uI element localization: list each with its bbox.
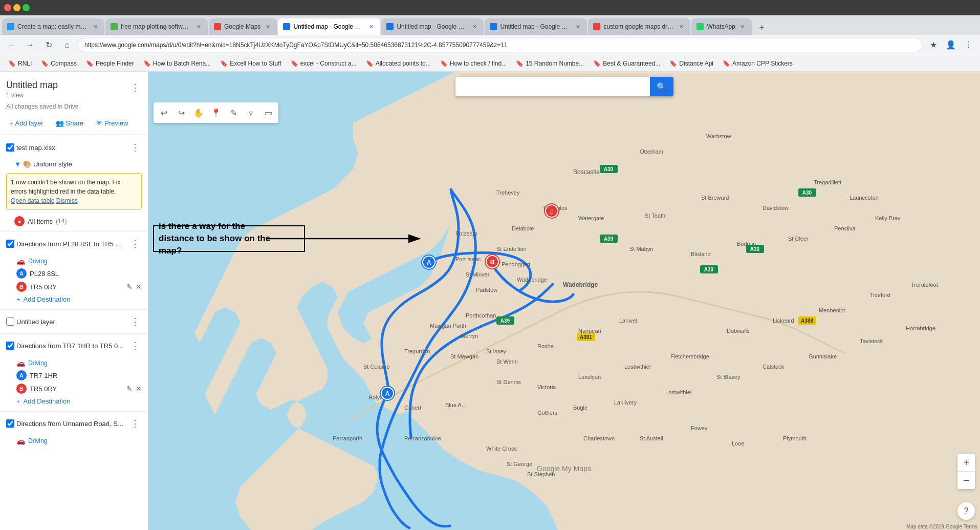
tab-close-button[interactable]: ✕ [574, 23, 582, 31]
annotation-arrow [271, 223, 430, 254]
profile-button[interactable]: 👤 [943, 37, 959, 53]
search-bar: 🔍 [455, 77, 673, 96]
tab-close-button[interactable]: ✕ [91, 23, 99, 31]
tab-close-button[interactable]: ✕ [264, 23, 272, 31]
svg-text:A39: A39 [500, 318, 510, 324]
bookmark-item[interactable]: 🔖Amazon CPP Stickers [718, 58, 797, 69]
bookmark-item[interactable]: 🔖How to check / find... [436, 58, 511, 69]
dismiss-link[interactable]: Dismiss [56, 197, 78, 204]
tab-close-button[interactable]: ✕ [470, 23, 478, 31]
direction-menu-button[interactable]: ⋮ [128, 236, 142, 251]
browser-tab-t5[interactable]: Untitled map - Google My... ✕ [381, 18, 484, 35]
zoom-out-button[interactable]: − [957, 472, 975, 489]
tab-close-button[interactable]: ✕ [677, 23, 685, 31]
browser-tab-t1[interactable]: Create a map: easily map m... ✕ [2, 18, 104, 35]
layer-header[interactable]: test map.xlsx ⋮ [0, 137, 148, 158]
help-button[interactable]: ? [957, 502, 975, 520]
share-button[interactable]: 👥 Share [51, 116, 89, 130]
bookmark-label: How to Batch Rena... [153, 60, 211, 67]
pan-button[interactable]: ✋ [190, 104, 207, 121]
tab-close-button[interactable]: ✕ [194, 23, 203, 31]
tab-close-button[interactable]: ✕ [738, 23, 747, 31]
direction-header[interactable]: Directions from TR7 1HR to TR5 0... ⋮ [0, 334, 148, 357]
zoom-controls: + − [957, 454, 975, 489]
waypoint-marker: B [16, 282, 27, 292]
browser-tab-t2[interactable]: free map plotting software ✕ [105, 18, 208, 35]
measure-button[interactable]: ▭ [260, 104, 276, 121]
direction-menu-button[interactable]: ⋮ [128, 314, 142, 329]
direction-checkbox[interactable] [6, 419, 14, 428]
layer-menu-button[interactable]: ⋮ [128, 140, 142, 155]
add-layer-button[interactable]: + Add layer [4, 116, 49, 130]
line-button[interactable]: ✎ [225, 104, 242, 121]
map-search-button[interactable]: 🔍 [650, 77, 673, 96]
all-items-row[interactable]: ● All items (14) [0, 213, 148, 229]
direction-menu-button[interactable]: ⋮ [128, 338, 142, 353]
bookmark-label: Compass [51, 60, 77, 67]
tab-close-button[interactable]: ✕ [367, 23, 375, 31]
preview-button[interactable]: 👁 Preview [91, 116, 133, 130]
add-layer-icon: + [9, 119, 13, 127]
svg-text:Victoria: Victoria [537, 384, 556, 390]
uniform-style-row[interactable]: ▼ 🎨 Uniform style [0, 158, 148, 170]
bookmark-icon: 🔖 [291, 60, 298, 67]
waypoint-label: TR7 1HR [30, 372, 142, 379]
svg-text:Looe: Looe [732, 440, 744, 447]
bookmark-item[interactable]: 🔖RNLI [4, 58, 36, 69]
filter-button[interactable]: ▿ [243, 104, 259, 121]
browser-tab-t3[interactable]: Google Maps ✕ [209, 18, 277, 35]
tab-favicon [214, 23, 221, 30]
new-tab-button[interactable]: + [755, 20, 769, 35]
svg-text:Gunnislake: Gunnislake [809, 353, 837, 359]
undo-button[interactable]: ↩ [156, 104, 172, 121]
browser-tab-t7[interactable]: custom google maps drivin... ✕ [588, 18, 690, 35]
browser-tab-t6[interactable]: Untitled map - Google My... ✕ [485, 18, 587, 35]
refresh-button[interactable]: ↻ [41, 37, 56, 53]
add-destination-button[interactable]: + Add Destination [16, 395, 142, 407]
bookmark-item[interactable]: 🔖Allocated points to... [362, 58, 435, 69]
bookmark-item[interactable]: 🔖Compass [37, 58, 81, 69]
bookmark-item[interactable]: 🔖How to Batch Rena... [139, 58, 215, 69]
browser-tab-t8[interactable]: WhatsApp ✕ [691, 18, 751, 35]
direction-header[interactable]: Directions from Unnamed Road, S... ⋮ [0, 412, 148, 435]
add-destination-button[interactable]: + Add Destination [16, 293, 142, 305]
save-status: All changes saved in Drive [0, 103, 148, 116]
minimize-window-button[interactable] [13, 4, 20, 11]
waypoint-edit-button[interactable]: ✎ [126, 385, 133, 393]
waypoint-edit-button[interactable]: ✎ [126, 283, 133, 291]
direction-checkbox[interactable] [6, 342, 14, 350]
direction-menu-button[interactable]: ⋮ [128, 416, 142, 431]
direction-checkbox[interactable] [6, 317, 14, 326]
bookmark-item[interactable]: 🔖Excell How to Stuff [216, 58, 286, 69]
bookmark-button[interactable]: ★ [926, 37, 941, 53]
collapse-icon: ▼ [14, 160, 21, 168]
waypoint-delete-button[interactable]: ✕ [136, 385, 142, 393]
zoom-in-button[interactable]: + [957, 454, 975, 471]
back-button[interactable]: ← [4, 37, 19, 53]
close-window-button[interactable] [4, 4, 11, 11]
bookmark-item[interactable]: 🔖excel - Construct a... [287, 58, 361, 69]
bookmark-item[interactable]: 🔖Best & Guaranteed... [589, 58, 664, 69]
open-table-link[interactable]: Open data table [11, 197, 54, 204]
menu-button[interactable]: ⋮ [961, 37, 976, 53]
layer-checkbox[interactable] [6, 143, 14, 152]
uniform-style-label: Uniform style [33, 160, 72, 168]
redo-button[interactable]: ↪ [173, 104, 189, 121]
waypoint-delete-button[interactable]: ✕ [136, 283, 142, 291]
direction-checkbox[interactable] [6, 240, 14, 248]
maximize-window-button[interactable] [23, 4, 30, 11]
bookmark-item[interactable]: 🔖People Finder [82, 58, 138, 69]
bookmark-item[interactable]: 🔖15 Random Numbe... [512, 58, 588, 69]
svg-text:Trehevey: Trehevey [496, 189, 520, 196]
address-bar[interactable]: https://www.google.com/maps/d/u/0/edit?h… [78, 38, 923, 52]
direction-header[interactable]: Untitled layer ⋮ [0, 310, 148, 333]
map-options-menu[interactable]: ⋮ [128, 80, 142, 95]
marker-button[interactable]: 📍 [208, 104, 224, 121]
bookmark-item[interactable]: 🔖Distance Api [665, 58, 717, 69]
bookmark-label: Amazon CPP Stickers [732, 60, 793, 67]
home-button[interactable]: ⌂ [59, 37, 75, 53]
map-search-input[interactable] [455, 77, 650, 96]
forward-button[interactable]: → [23, 37, 38, 53]
direction-header[interactable]: Directions from PL28 8SL to TR5 ... ⋮ [0, 232, 148, 256]
browser-tab-t4[interactable]: Untitled map - Google My... ✕ [278, 18, 380, 35]
